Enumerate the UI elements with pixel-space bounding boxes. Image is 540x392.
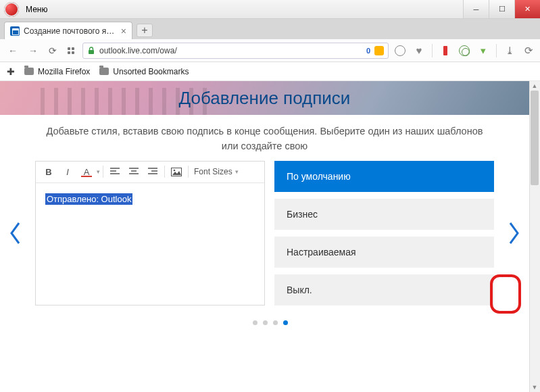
carousel-pagination	[0, 320, 540, 325]
speed-dial-button[interactable]	[65, 46, 77, 55]
align-right-button[interactable]	[144, 164, 162, 180]
template-option-business[interactable]: Бизнес	[274, 199, 494, 230]
pager-dot[interactable]	[263, 320, 268, 325]
badge-count: 0	[366, 47, 370, 55]
signature-editor: B I A ▾	[35, 161, 265, 305]
window-close-button[interactable]: ✕	[514, 0, 540, 18]
bold-button[interactable]: B	[40, 164, 57, 180]
outlook-favicon-icon	[10, 26, 20, 36]
url-text: outlook.live.com/owa/	[99, 46, 362, 55]
pager-dot[interactable]	[273, 320, 278, 325]
align-right-icon	[148, 168, 157, 176]
align-left-button[interactable]	[106, 164, 124, 180]
nav-reload-button[interactable]: ⟳	[46, 44, 59, 57]
circle-icon[interactable]	[394, 45, 406, 57]
carousel-prev-button[interactable]	[0, 222, 31, 245]
scroll-down-icon[interactable]: ▼	[529, 383, 540, 392]
window-maximize-button[interactable]: ☐	[489, 0, 514, 18]
image-icon	[171, 168, 182, 176]
page-title: Добавление подписи	[179, 88, 351, 109]
bookmark-folder-unsorted[interactable]: Unsorted Bookmarks	[99, 67, 189, 76]
opera-badge-icon	[374, 46, 384, 55]
template-label: Выкл.	[287, 285, 312, 295]
lock-icon	[87, 47, 95, 55]
shield-icon[interactable]: ▾	[477, 45, 489, 57]
template-option-custom[interactable]: Настраиваемая	[274, 237, 494, 268]
font-sizes-dropdown[interactable]: Font Sizes ▾	[191, 167, 241, 176]
tab-title: Создание почтового ящи	[24, 26, 117, 36]
address-bar-row: ← → ⟳ outlook.live.com/owa/ 0 ♥ ▾ ⤓ ⟳	[0, 39, 540, 62]
vertical-scrollbar[interactable]: ▲ ▼	[529, 81, 540, 392]
font-color-button[interactable]: A	[78, 164, 95, 180]
template-label: Бизнес	[287, 209, 318, 220]
dropdown-caret-icon: ▾	[235, 168, 239, 175]
page-banner: Добавление подписи	[0, 81, 529, 115]
italic-button[interactable]: I	[59, 164, 76, 180]
signature-templates-list: По умолчанию Бизнес Настраиваемая Выкл.	[274, 161, 494, 305]
folder-icon	[24, 68, 34, 75]
chevron-left-icon	[9, 222, 22, 245]
bookmark-label: Unsorted Bookmarks	[113, 67, 189, 76]
scrollbar-thumb[interactable]	[531, 91, 539, 185]
sync-button[interactable]: ⟳	[522, 45, 535, 57]
pager-dot-active[interactable]	[283, 320, 288, 325]
template-label: По умолчанию	[287, 171, 351, 182]
bookmark-heart-button[interactable]: ♥	[413, 45, 425, 57]
editor-textarea[interactable]: Отправлено: Outlook	[36, 183, 264, 305]
chevron-right-icon	[507, 222, 520, 245]
bookmark-folder-firefox[interactable]: Mozilla Firefox	[24, 67, 90, 76]
window-minimize-button[interactable]: ─	[463, 0, 489, 18]
tab-close-button[interactable]: ×	[121, 26, 126, 36]
align-left-icon	[110, 168, 120, 176]
add-bookmark-button[interactable]: ✚	[7, 66, 15, 77]
scroll-up-icon[interactable]: ▲	[529, 81, 540, 91]
opera-logo-icon	[4, 2, 19, 17]
carousel-next-button[interactable]	[498, 222, 529, 245]
editor-text: Отправлено: Outlook	[45, 193, 132, 205]
browser-tab[interactable]: Создание почтового ящи ×	[4, 22, 132, 39]
insert-image-button[interactable]	[168, 164, 185, 180]
address-bar[interactable]: outlook.live.com/owa/ 0	[82, 43, 389, 59]
ext-red-icon[interactable]	[439, 45, 451, 57]
downloads-button[interactable]: ⤓	[504, 45, 516, 57]
align-center-button[interactable]	[125, 164, 143, 180]
new-tab-button[interactable]: +	[137, 24, 153, 37]
dropdown-caret-icon: ▾	[97, 168, 100, 175]
menu-button[interactable]: Меню	[22, 5, 51, 14]
svg-point-2	[174, 169, 176, 171]
template-option-off[interactable]: Выкл.	[274, 274, 494, 305]
editor-toolbar: B I A ▾	[36, 162, 264, 183]
bookmarks-bar: ✚ Mozilla Firefox Unsorted Bookmarks	[0, 62, 540, 81]
bookmark-label: Mozilla Firefox	[38, 67, 90, 76]
font-sizes-label: Font Sizes	[194, 167, 232, 176]
nav-forward-button[interactable]: →	[26, 44, 41, 57]
template-label: Настраиваемая	[287, 247, 356, 258]
tab-strip: Создание почтового ящи × +	[0, 19, 540, 39]
nav-back-button[interactable]: ←	[5, 44, 20, 57]
pager-dot[interactable]	[253, 320, 257, 325]
align-center-icon	[129, 168, 139, 176]
page-viewport: ▲ ▼ Добавление подписи Добавьте стиля, в…	[0, 81, 540, 392]
window-titlebar: Меню ─ ☐ ✕	[0, 0, 540, 19]
page-subtitle: Добавьте стиля, вставив свою подпись в к…	[0, 115, 529, 161]
template-option-default[interactable]: По умолчанию	[274, 161, 494, 192]
svg-rect-0	[89, 50, 94, 54]
folder-icon	[99, 68, 109, 75]
globe-icon[interactable]	[458, 45, 470, 57]
